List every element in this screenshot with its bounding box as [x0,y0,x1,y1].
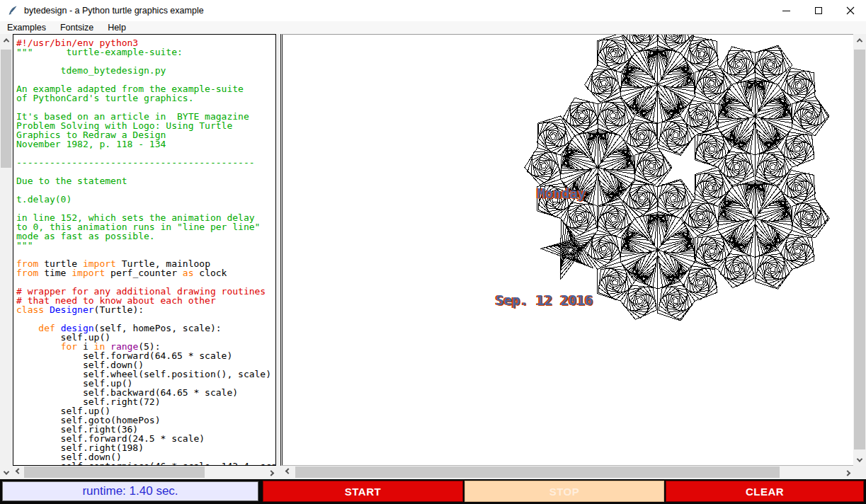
code-line: """ turtle-example-suite: [16,47,275,57]
maximize-icon [815,7,822,14]
window-controls [770,0,866,21]
maximize-button[interactable] [802,0,834,21]
menu-examples[interactable]: Examples [0,21,53,34]
code-line: class Designer(Turtle): [16,305,275,314]
stop-button[interactable]: STOP [465,481,664,502]
menu-fontsize[interactable]: Fontsize [53,21,101,34]
minimize-button[interactable] [770,0,802,21]
code-vertical-scrollbar[interactable] [0,34,12,479]
code-line: Due to the statement [16,176,275,185]
canvas-vertical-scrollbar[interactable] [853,34,866,466]
chevron-left-icon [285,468,291,474]
canvas-hscroll-thumb[interactable] [295,466,780,478]
chevron-up-icon [857,38,862,44]
start-button[interactable]: START [263,481,463,502]
menubar: Examples Fontsize Help [0,21,866,34]
scroll-left-button[interactable] [13,466,23,479]
code-line: """ [16,241,275,250]
scroll-right-button[interactable] [842,466,853,479]
close-button[interactable] [834,0,866,21]
chevron-left-icon [15,468,21,474]
code-horizontal-scrollbar[interactable] [13,466,276,479]
turtle-canvas: MondaySep. 12 2016 [280,34,853,466]
titlebar: bytedesign - a Python turtle graphics ex… [0,0,866,21]
code-line: tdemo_bytedesign.py [16,66,275,75]
scroll-up-button[interactable] [853,34,866,46]
python-feather-icon [7,5,18,16]
code-line: November 1982, p. 118 - 134 [16,139,275,149]
window-title: bytedesign - a Python turtle graphics ex… [24,6,204,16]
chevron-down-icon [3,469,8,474]
canvas-text-overlay: Monday [537,185,586,201]
code-line: ----------------------------------------… [16,158,275,167]
runtime-label: runtime: 1.40 sec. [2,481,258,501]
close-icon [846,6,855,15]
chevron-right-icon [268,470,273,476]
code-line: from time import perf_counter as clock [16,268,275,277]
code-viewer[interactable]: #!/usr/bin/env python3""" turtle-example… [13,34,276,466]
minimize-icon [782,11,790,11]
code-hscroll-thumb[interactable] [24,466,205,478]
menu-help[interactable]: Help [101,21,133,34]
bytedesign-drawing [283,35,853,465]
scroll-right-button[interactable] [266,466,276,479]
canvas-horizontal-scrollbar[interactable] [283,466,853,479]
scroll-up-button[interactable] [0,34,12,46]
scroll-down-button[interactable] [0,466,12,479]
app-window: bytedesign - a Python turtle graphics ex… [0,0,866,504]
scroll-down-button[interactable] [853,454,866,466]
chevron-down-icon [857,456,862,462]
code-lines: #!/usr/bin/env python3""" turtle-example… [16,38,275,466]
chevron-right-icon [845,470,850,476]
chevron-up-icon [3,38,8,44]
code-line: mode as fast as possible. [16,231,275,241]
code-vscroll-thumb[interactable] [1,50,11,168]
turtle-canvas-surface: MondaySep. 12 2016 [283,35,853,465]
canvas-vscroll-thumb[interactable] [854,50,865,449]
canvas-text-overlay: Sep. 12 2016 [496,292,593,308]
code-line: of PythonCard's turtle graphics. [16,93,275,103]
scroll-left-button[interactable] [283,466,294,479]
statusbar: runtime: 1.40 sec. START STOP CLEAR [0,479,866,504]
code-line: t.delay(0) [16,195,275,204]
clear-button[interactable]: CLEAR [666,481,864,502]
